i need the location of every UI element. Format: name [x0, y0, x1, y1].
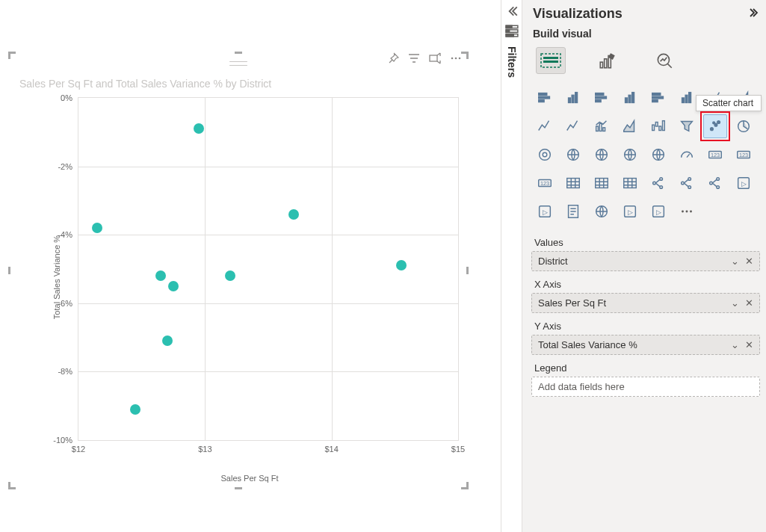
- viz-type-gauge[interactable]: [675, 143, 699, 167]
- xaxis-field-well[interactable]: Sales Per Sq Ft ⌄ ✕: [531, 293, 760, 313]
- scatter-visual[interactable]: Sales Per Sq Ft and Total Sales Variance…: [10, 54, 466, 487]
- legend-field-well[interactable]: Add data fields here: [531, 377, 760, 397]
- viz-type-donut[interactable]: [533, 143, 557, 167]
- resize-handle[interactable]: [235, 482, 242, 489]
- viz-type-100-stacked-bar[interactable]: [646, 86, 670, 110]
- viz-type-combo[interactable]: [590, 114, 614, 138]
- xaxis-field-value: Sales Per Sq Ft: [538, 297, 606, 309]
- viz-type-card[interactable]: 123: [703, 143, 727, 167]
- focus-mode-icon[interactable]: [429, 52, 441, 64]
- viz-type-clustered-bar[interactable]: [590, 86, 614, 110]
- viz-type-funnel[interactable]: [675, 114, 699, 138]
- y-tick: -6%: [58, 299, 78, 308]
- viz-type-table[interactable]: [590, 171, 614, 195]
- svg-rect-34: [689, 93, 691, 103]
- data-point[interactable]: [130, 404, 140, 415]
- viz-type-matrix[interactable]: [618, 171, 642, 195]
- collapse-pane-icon[interactable]: [747, 7, 759, 22]
- svg-text:▷: ▷: [628, 208, 633, 216]
- svg-rect-60: [596, 179, 608, 188]
- yaxis-field-well[interactable]: Total Sales Variance % ⌄ ✕: [531, 335, 760, 355]
- pin-icon[interactable]: [387, 52, 399, 64]
- y-tick: -8%: [58, 367, 78, 376]
- resize-handle[interactable]: [461, 52, 469, 59]
- resize-handle[interactable]: [461, 482, 469, 489]
- svg-text:123: 123: [739, 152, 748, 158]
- fields-tab[interactable]: [536, 47, 566, 74]
- viz-type-scatter[interactable]: [703, 114, 727, 138]
- svg-rect-20: [569, 98, 571, 102]
- viz-type-paginated[interactable]: [561, 200, 585, 223]
- resize-handle[interactable]: [8, 267, 16, 274]
- data-point[interactable]: [396, 260, 407, 270]
- resize-handle[interactable]: [235, 52, 242, 59]
- data-point[interactable]: [162, 335, 173, 346]
- svg-rect-41: [663, 121, 665, 131]
- svg-point-63: [660, 178, 663, 181]
- viz-type-multi-row-card[interactable]: 123: [533, 171, 557, 195]
- viz-type-ribbon[interactable]: [618, 114, 642, 138]
- viz-type-power-automate[interactable]: ▷: [646, 200, 670, 223]
- data-point[interactable]: [225, 270, 235, 281]
- viz-type-filled-map[interactable]: [618, 143, 642, 167]
- svg-rect-12: [543, 61, 558, 63]
- viz-type-qna[interactable]: [703, 171, 727, 195]
- data-point[interactable]: [194, 123, 204, 134]
- x-axis-label: Sales Per Sq Ft: [220, 474, 278, 483]
- viz-type-waterfall[interactable]: [646, 114, 670, 138]
- viz-type-key-influencers[interactable]: [675, 171, 699, 195]
- viz-type-clustered-column[interactable]: [618, 86, 642, 110]
- viz-type-power-apps[interactable]: ▷: [618, 200, 642, 223]
- viz-type-stacked-column[interactable]: [561, 86, 585, 110]
- viz-type-line-v[interactable]: [533, 114, 557, 138]
- viz-type-stacked-bar[interactable]: [533, 86, 557, 110]
- viz-type-more[interactable]: [675, 200, 699, 223]
- svg-rect-39: [655, 123, 658, 127]
- values-field-well[interactable]: District ⌄ ✕: [531, 251, 760, 271]
- filter-icon[interactable]: [408, 52, 420, 64]
- resize-handle[interactable]: [461, 267, 469, 274]
- chevron-down-icon[interactable]: ⌄: [731, 339, 739, 350]
- filters-collapsed-pane[interactable]: Filters: [501, 0, 522, 532]
- plot-area[interactable]: $12$13$14$150%-2%-4%-6%-8%-10%: [78, 97, 459, 441]
- viz-type-decomp-tree[interactable]: [646, 171, 670, 195]
- filters-panel-icon[interactable]: [505, 24, 519, 37]
- resize-handle[interactable]: [8, 482, 16, 489]
- more-options-icon[interactable]: [450, 52, 462, 64]
- data-point[interactable]: [155, 270, 166, 281]
- y-tick: -2%: [58, 162, 78, 171]
- build-visual-tabs: [531, 44, 760, 80]
- drag-grip-icon[interactable]: [229, 61, 247, 66]
- viz-type-pie[interactable]: [732, 114, 756, 138]
- viz-type-r-visual[interactable]: ▷: [732, 171, 756, 195]
- remove-field-icon[interactable]: ✕: [745, 339, 753, 350]
- remove-field-icon[interactable]: ✕: [745, 256, 753, 267]
- format-tab[interactable]: [593, 47, 623, 74]
- expand-filters-icon[interactable]: [505, 4, 519, 18]
- viz-type-arcgis-map[interactable]: [590, 200, 614, 223]
- viz-type-map[interactable]: [590, 143, 614, 167]
- svg-point-69: [717, 178, 720, 181]
- viz-type-slicer[interactable]: [561, 171, 585, 195]
- svg-rect-27: [628, 95, 631, 102]
- report-canvas[interactable]: Sales Per Sq Ft and Total Sales Variance…: [0, 0, 501, 532]
- data-point[interactable]: [288, 209, 299, 220]
- analytics-tab[interactable]: [649, 47, 679, 74]
- svg-rect-33: [685, 95, 688, 102]
- yaxis-field-value: Total Sales Variance %: [538, 339, 637, 350]
- svg-rect-18: [539, 96, 550, 99]
- svg-point-65: [682, 182, 685, 185]
- viz-type-treemap[interactable]: [561, 143, 585, 167]
- x-tick: $13: [198, 440, 211, 454]
- data-point[interactable]: [92, 223, 102, 233]
- data-point[interactable]: [168, 281, 179, 291]
- viz-type-kpi[interactable]: 123: [732, 143, 756, 167]
- chevron-down-icon[interactable]: ⌄: [731, 256, 739, 267]
- chevron-down-icon[interactable]: ⌄: [731, 297, 739, 309]
- remove-field-icon[interactable]: ✕: [745, 297, 753, 309]
- viz-type-azure-map[interactable]: [646, 143, 670, 167]
- svg-point-67: [688, 186, 691, 189]
- resize-handle[interactable]: [8, 52, 16, 59]
- viz-type-python-visual[interactable]: ▷: [533, 200, 557, 223]
- viz-type-line-stacked[interactable]: [561, 114, 585, 138]
